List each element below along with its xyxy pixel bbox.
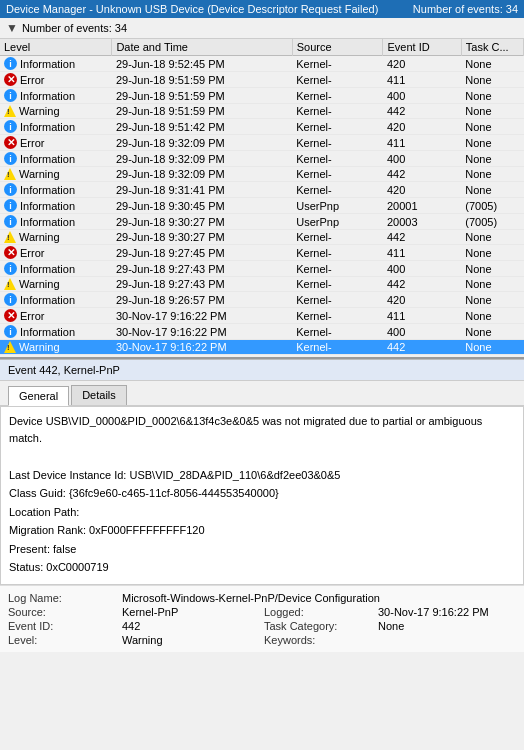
event-detail-title: Event 442, Kernel-PnP	[8, 364, 120, 376]
date-cell: 29-Jun-18 9:26:57 PM	[112, 292, 292, 308]
task-cell: None	[461, 167, 523, 182]
table-row[interactable]: !Warning29-Jun-18 9:32:09 PMKernel-442No…	[0, 167, 524, 182]
info-icon: i	[4, 325, 17, 338]
col-header-eventid[interactable]: Event ID	[383, 39, 461, 56]
events-table: Level Date and Time Source Event ID Task…	[0, 39, 524, 355]
table-row[interactable]: iInformation29-Jun-18 9:30:45 PMUserPnp2…	[0, 198, 524, 214]
eventid-cell: 420	[383, 56, 461, 72]
date-cell: 29-Jun-18 9:30:27 PM	[112, 230, 292, 245]
source-cell: Kernel-	[292, 72, 383, 88]
eventid-cell: 411	[383, 308, 461, 324]
table-row[interactable]: iInformation29-Jun-18 9:30:27 PMUserPnp2…	[0, 214, 524, 230]
level-text: Information	[20, 263, 75, 275]
date-cell: 29-Jun-18 9:51:42 PM	[112, 119, 292, 135]
eventid-value: 442	[122, 620, 260, 632]
eventid-cell: 420	[383, 119, 461, 135]
table-row[interactable]: !Warning29-Jun-18 9:51:59 PMKernel-442No…	[0, 104, 524, 119]
eventid-cell: 442	[383, 277, 461, 292]
level-value: Warning	[122, 634, 260, 646]
date-cell: 29-Jun-18 9:51:59 PM	[112, 88, 292, 104]
info-icon: i	[4, 120, 17, 133]
source-cell: Kernel-	[292, 261, 383, 277]
source-cell: Kernel-	[292, 104, 383, 119]
level-text: Information	[20, 90, 75, 102]
task-cell: None	[461, 308, 523, 324]
task-cell: None	[461, 340, 523, 355]
source-cell: Kernel-	[292, 230, 383, 245]
task-cell: (7005)	[461, 214, 523, 230]
source-cell: UserPnp	[292, 198, 383, 214]
eventid-cell: 420	[383, 182, 461, 198]
date-cell: 29-Jun-18 9:51:59 PM	[112, 72, 292, 88]
level-text: Information	[20, 326, 75, 338]
source-cell: Kernel-	[292, 151, 383, 167]
title-text: Device Manager - Unknown USB Device (Dev…	[6, 3, 378, 15]
table-row[interactable]: ✕Error29-Jun-18 9:32:09 PMKernel-411None	[0, 135, 524, 151]
detail-line8: Status: 0xC0000719	[9, 559, 515, 576]
source-cell: Kernel-	[292, 135, 383, 151]
level-text: Warning	[19, 168, 60, 180]
table-row[interactable]: !Warning29-Jun-18 9:30:27 PMKernel-442No…	[0, 230, 524, 245]
tabs-bar: General Details	[0, 381, 524, 406]
keywords-label: Keywords:	[264, 634, 374, 646]
table-header-row: Level Date and Time Source Event ID Task…	[0, 39, 524, 56]
task-cell: None	[461, 104, 523, 119]
tab-details[interactable]: Details	[71, 385, 127, 405]
task-cell: None	[461, 72, 523, 88]
date-cell: 29-Jun-18 9:30:45 PM	[112, 198, 292, 214]
level-text: Error	[20, 247, 44, 259]
col-header-source[interactable]: Source	[292, 39, 383, 56]
table-row[interactable]: iInformation29-Jun-18 9:31:41 PMKernel-4…	[0, 182, 524, 198]
event-detail-header: Event 442, Kernel-PnP	[0, 359, 524, 381]
table-row[interactable]: iInformation29-Jun-18 9:51:42 PMKernel-4…	[0, 119, 524, 135]
info-icon: i	[4, 57, 17, 70]
task-cell: None	[461, 119, 523, 135]
level-label: Level:	[8, 634, 118, 646]
col-header-level[interactable]: Level	[0, 39, 112, 56]
table-row[interactable]: iInformation29-Jun-18 9:27:43 PMKernel-4…	[0, 261, 524, 277]
eventid-label: Event ID:	[8, 620, 118, 632]
info-icon: i	[4, 293, 17, 306]
detail-line5: Location Path:	[9, 504, 515, 521]
table-row[interactable]: !Warning29-Jun-18 9:27:43 PMKernel-442No…	[0, 277, 524, 292]
date-cell: 29-Jun-18 9:31:41 PM	[112, 182, 292, 198]
table-row[interactable]: iInformation29-Jun-18 9:52:45 PMKernel-4…	[0, 56, 524, 72]
table-row[interactable]: ✕Error29-Jun-18 9:27:45 PMKernel-411None	[0, 245, 524, 261]
detail-line4: Class Guid: {36fc9e60-c465-11cf-8056-444…	[9, 485, 515, 502]
logged-label: Logged:	[264, 606, 374, 618]
table-row[interactable]: ✕Error29-Jun-18 9:51:59 PMKernel-411None	[0, 72, 524, 88]
level-text: Error	[20, 310, 44, 322]
table-row[interactable]: iInformation29-Jun-18 9:26:57 PMKernel-4…	[0, 292, 524, 308]
error-icon: ✕	[4, 246, 17, 259]
task-cell: None	[461, 324, 523, 340]
table-row[interactable]: iInformation29-Jun-18 9:51:59 PMKernel-4…	[0, 88, 524, 104]
col-header-date[interactable]: Date and Time	[112, 39, 292, 56]
source-cell: Kernel-	[292, 119, 383, 135]
tab-general[interactable]: General	[8, 386, 69, 406]
eventid-cell: 400	[383, 88, 461, 104]
task-cell: None	[461, 277, 523, 292]
eventid-cell: 411	[383, 245, 461, 261]
events-table-container[interactable]: Level Date and Time Source Event ID Task…	[0, 39, 524, 359]
source-cell: Kernel-	[292, 88, 383, 104]
table-row[interactable]: !Warning30-Nov-17 9:16:22 PMKernel-442No…	[0, 340, 524, 355]
eventid-cell: 20003	[383, 214, 461, 230]
source-cell: UserPnp	[292, 214, 383, 230]
level-text: Error	[20, 137, 44, 149]
warning-icon: !	[4, 168, 16, 180]
table-row[interactable]: ✕Error30-Nov-17 9:16:22 PMKernel-411None	[0, 308, 524, 324]
task-cell: None	[461, 135, 523, 151]
task-cell: None	[461, 182, 523, 198]
level-text: Information	[20, 121, 75, 133]
task-category-label: Task Category:	[264, 620, 374, 632]
task-cell: None	[461, 292, 523, 308]
col-header-task[interactable]: Task C...	[461, 39, 523, 56]
task-cell: None	[461, 56, 523, 72]
table-row[interactable]: iInformation29-Jun-18 9:32:09 PMKernel-4…	[0, 151, 524, 167]
detail-line1: Device USB\VID_0000&PID_0002\6&13f4c3e&0…	[9, 413, 515, 446]
table-row[interactable]: iInformation30-Nov-17 9:16:22 PMKernel-4…	[0, 324, 524, 340]
level-text: Warning	[19, 231, 60, 243]
date-cell: 29-Jun-18 9:32:09 PM	[112, 151, 292, 167]
detail-line6: Migration Rank: 0xF000FFFFFFFFF120	[9, 522, 515, 539]
filter-bar: ▼ Number of events: 34	[0, 18, 524, 39]
